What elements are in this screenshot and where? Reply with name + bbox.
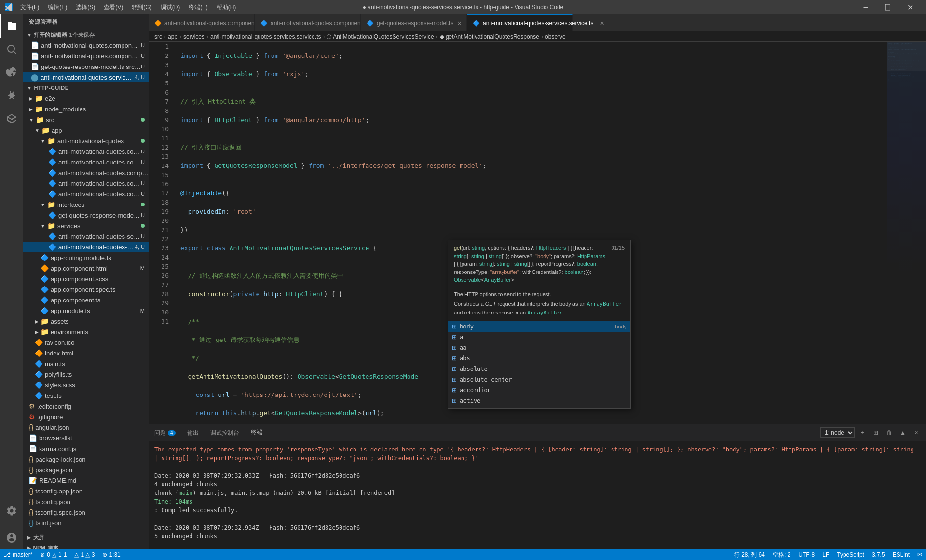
terminal-tab-output[interactable]: 输出 <box>181 424 204 441</box>
tree-model-file[interactable]: 🔷 get-quotes-response-model.ts U <box>23 210 149 220</box>
tree-package-json[interactable]: {} package.json <box>23 464 149 475</box>
autocomplete-item-abs[interactable]: ⊞ abs <box>448 353 630 364</box>
activity-source-control[interactable] <box>0 61 23 84</box>
activity-account[interactable] <box>0 526 23 549</box>
terminal-trash-button[interactable]: 🗑 <box>884 427 895 438</box>
activity-search[interactable] <box>0 38 23 61</box>
tree-node-modules[interactable]: ▶ 📁 node_modules <box>23 104 149 114</box>
autocomplete-list[interactable]: ⊞ body body ⊞ a ⊞ aa ⊞ <box>448 321 630 408</box>
tree-app-routing[interactable]: 🔷 app-routing.module.ts <box>23 252 149 263</box>
tree-favicon[interactable]: 🔶 favicon.ico <box>23 337 149 348</box>
status-position[interactable]: ⊕ 1:31 <box>98 549 124 560</box>
tab-component-html[interactable]: 🔶 anti-motivational-quotes.component.htm… <box>149 14 255 31</box>
tree-package-lock[interactable]: {} package-lock.json <box>23 454 149 464</box>
tree-gitignore[interactable]: ⚙ .gitignore <box>23 411 149 422</box>
tree-app-html[interactable]: 🔶 app.component.html M <box>23 263 149 273</box>
breadcrumb-app[interactable]: app <box>168 33 177 40</box>
sidebar-file-service-active[interactable]: ⬤ anti-motivational-quotes-services.s...… <box>23 72 149 82</box>
tree-test[interactable]: 🔷 test.ts <box>23 390 149 401</box>
tree-service1[interactable]: 🔷 anti-motivational-quotes-service... U <box>23 231 149 242</box>
tree-amq-ts2[interactable]: 🔷 anti-motivational-quotes.compo... U <box>23 178 149 189</box>
tree-amq-ts3[interactable]: 🔷 anti-motivational-quotes.compo... U <box>23 189 149 199</box>
tree-amq[interactable]: ▼ 📁 anti-motivational-quotes <box>23 136 149 146</box>
section-open-editors[interactable]: ▼ 打开的编辑器 1个未保存 <box>23 29 149 40</box>
terminal-tab-debug[interactable]: 调试控制台 <box>204 424 245 441</box>
tree-browserslist[interactable]: 📄 browserslist <box>23 433 149 443</box>
tree-app-ts[interactable]: 🔷 app.component.ts <box>23 295 149 305</box>
tree-index-html[interactable]: 🔶 index.html <box>23 348 149 358</box>
tree-tsconfig-spec[interactable]: {} tsconfig.spec.json <box>23 507 149 518</box>
autocomplete-item-accordion[interactable]: ⊞ accordion <box>448 385 630 396</box>
section-npm[interactable]: ▶ 大屏 <box>23 532 149 543</box>
section-project[interactable]: ▼ HTTP-GUIDE <box>23 82 149 93</box>
maximize-button[interactable]: ⎕ <box>877 0 899 14</box>
menu-view[interactable]: 查看(V) <box>100 2 127 13</box>
breadcrumb-param[interactable]: observe <box>545 33 566 40</box>
tree-tsconfig-app[interactable]: {} tsconfig.app.json <box>23 486 149 496</box>
tree-editorconfig[interactable]: ⚙ .editorconfig <box>23 401 149 411</box>
tree-tslint[interactable]: {} tslint.json <box>23 518 149 528</box>
tree-app[interactable]: ▼ 📁 app <box>23 125 149 136</box>
status-line-col[interactable]: 行 28, 列 64 <box>730 549 769 560</box>
terminal-add-button[interactable]: + <box>857 427 868 438</box>
autocomplete-item-active2[interactable]: ⊞ active2 <box>448 406 630 408</box>
terminal-tab-terminal[interactable]: 终端 <box>245 424 268 441</box>
menu-terminal[interactable]: 终端(T) <box>185 2 211 13</box>
status-ts-version[interactable]: 3.7.5 <box>868 549 889 560</box>
tree-polyfills[interactable]: 🔷 polyfills.ts <box>23 369 149 380</box>
tree-karma[interactable]: 📄 karma.conf.js <box>23 443 149 454</box>
breadcrumb-class[interactable]: ⬡ AntiMotivationalQuotesServicesService <box>327 33 434 40</box>
menu-goto[interactable]: 转到(G) <box>128 2 155 13</box>
sidebar-file-model[interactable]: 📄 get-quotes-response-model.ts src/ap...… <box>23 61 149 72</box>
breadcrumb-src[interactable]: src <box>154 33 162 40</box>
status-eol[interactable]: LF <box>818 549 833 560</box>
terminal-split-button[interactable]: ⊞ <box>870 427 882 438</box>
tab-close-model[interactable]: × <box>457 19 461 27</box>
tab-model[interactable]: 🔷 get-quotes-response-model.ts × <box>361 14 467 31</box>
breadcrumb-services[interactable]: services <box>183 33 204 40</box>
code-editor[interactable]: 12345 678910 1112131415 1617181920 21222… <box>149 42 887 424</box>
autocomplete-item-absolute[interactable]: ⊞ absolute <box>448 364 630 374</box>
tab-close-service[interactable]: × <box>600 19 604 27</box>
tree-angular-json[interactable]: {} angular.json <box>23 422 149 433</box>
terminal-tab-problems[interactable]: 问题 4 <box>149 424 181 441</box>
sidebar-file-component-html[interactable]: 📄 anti-motivational-quotes.component... … <box>23 40 149 51</box>
activity-debug[interactable] <box>0 84 23 107</box>
minimize-button[interactable]: – <box>855 0 877 14</box>
breadcrumb-method[interactable]: ◆ getAntiMotivationalQuotesResponse <box>440 33 539 40</box>
menu-debug[interactable]: 调试(D) <box>157 2 184 13</box>
status-eslint[interactable]: ESLint <box>889 549 913 560</box>
sidebar-file-component-ts[interactable]: 📄 anti-motivational-quotes.component... … <box>23 51 149 61</box>
tree-amq-ts1[interactable]: 🔷 anti-motivational-quotes.compo... U <box>23 157 149 167</box>
tree-src[interactable]: ▼ 📁 src <box>23 114 149 125</box>
autocomplete-item-a[interactable]: ⊞ a <box>448 332 630 342</box>
tree-amq-html[interactable]: 🔷 anti-motivational-quotes.compo... U <box>23 146 149 157</box>
tree-tsconfig[interactable]: {} tsconfig.json <box>23 496 149 507</box>
autocomplete-item-aa[interactable]: ⊞ aa <box>448 342 630 353</box>
menu-file[interactable]: 文件(F) <box>16 2 43 13</box>
tree-styles[interactable]: 🔷 styles.scss <box>23 380 149 390</box>
terminal-maximize-button[interactable]: ▲ <box>897 427 909 438</box>
autocomplete-item-absolute-center[interactable]: ⊞ absolute-center <box>448 374 630 385</box>
terminal-node-dropdown[interactable]: 1: node <box>820 427 855 438</box>
sidebar-content[interactable]: ▼ 打开的编辑器 1个未保存 📄 anti-motivational-quote… <box>23 29 149 549</box>
tree-app-module[interactable]: 🔷 app.module.ts M <box>23 305 149 316</box>
activity-settings[interactable] <box>0 499 23 522</box>
tab-service[interactable]: 🔷 anti-motivational-quotes-services.serv… <box>467 14 573 31</box>
tree-app-scss[interactable]: 🔷 app.component.scss <box>23 273 149 284</box>
section-npm-scripts[interactable]: ▶ NPM 脚本 <box>23 543 149 549</box>
breadcrumb-file[interactable]: anti-motivational-quotes-services.servic… <box>210 33 321 40</box>
menu-select[interactable]: 选择(S) <box>72 2 99 13</box>
status-alerts[interactable]: △ 1 △ 3 <box>70 549 98 560</box>
tree-app-spec[interactable]: 🔷 app.component.spec.ts <box>23 284 149 295</box>
tree-assets[interactable]: ▶ 📁 assets <box>23 316 149 327</box>
status-errors[interactable]: ⊗ 0 △ 1 1 <box>36 549 70 560</box>
autocomplete-item-body[interactable]: ⊞ body body <box>448 321 630 332</box>
activity-explorer[interactable] <box>0 14 23 38</box>
activity-extensions[interactable] <box>0 107 23 130</box>
status-language[interactable]: TypeScript <box>833 549 868 560</box>
tab-component-ts[interactable]: 🔷 anti-motivational-quotes.component.ts … <box>255 14 361 31</box>
tree-amq-spec[interactable]: 🔷 anti-motivational-quotes.compo... <box>23 167 149 178</box>
tree-service2[interactable]: 🔷 anti-motivational-quotes-servi... 4, U <box>23 242 149 252</box>
status-spaces[interactable]: 空格: 2 <box>769 549 794 560</box>
